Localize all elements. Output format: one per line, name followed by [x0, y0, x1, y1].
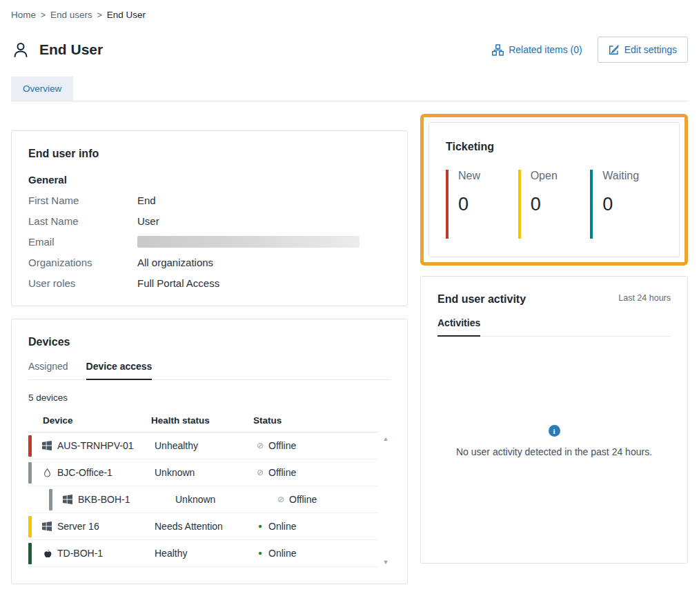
edit-settings-button[interactable]: Edit settings	[598, 37, 688, 63]
end-user-info-card: End user info General First Name End Las…	[11, 130, 408, 306]
device-health: Unhealthy	[155, 440, 257, 451]
windows-icon	[37, 441, 57, 450]
activity-tabs: Activities	[437, 317, 671, 337]
table-row[interactable]: AUS-TRNHPV-01 Unhealthy Offline	[28, 433, 378, 459]
column-header-status: Status	[253, 415, 378, 426]
page-title: End User	[39, 41, 103, 58]
page: Home > End users > End User End User	[0, 0, 699, 584]
devices-tabs: Assigned Device access	[28, 361, 391, 380]
breadcrumb-current: End User	[107, 10, 146, 20]
breadcrumb: Home > End users > End User	[11, 10, 688, 20]
scroll-down-icon[interactable]: ▼	[383, 559, 389, 566]
activity-title: End user activity	[437, 293, 526, 306]
hierarchy-icon	[492, 44, 504, 56]
stat-label: New	[458, 170, 518, 182]
tab-assigned[interactable]: Assigned	[28, 361, 68, 379]
stat-value: 0	[458, 194, 518, 215]
table-row[interactable]: TD-BOH-1 Healthy Online	[28, 540, 378, 567]
field-value: Full Portal Access	[137, 277, 219, 289]
tab-overview[interactable]: Overview	[11, 77, 73, 101]
field-label: User roles	[28, 277, 137, 289]
devices-card: Devices Assigned Device access 5 devices…	[11, 319, 408, 584]
device-status-label: Offline	[268, 440, 296, 451]
device-status-label: Online	[268, 521, 296, 532]
stat-new: New 0	[446, 170, 518, 239]
device-name: Server 16	[57, 521, 155, 532]
ticketing-card: Ticketing New 0 Open 0 Waiting 0	[429, 122, 680, 257]
breadcrumb-separator: >	[97, 10, 102, 20]
device-status: Online	[257, 521, 378, 532]
highlight-annotation: Ticketing New 0 Open 0 Waiting 0	[420, 114, 688, 266]
field-first-name: First Name End	[28, 195, 391, 206]
stat-label: Waiting	[602, 170, 662, 182]
stat-value: 0	[602, 194, 662, 215]
device-status: Offline	[257, 467, 378, 478]
device-table-header: Device Health status Status	[28, 410, 378, 433]
device-count: 5 devices	[28, 393, 391, 403]
stat-open: Open 0	[518, 170, 591, 239]
device-status: Offline	[257, 440, 378, 451]
end-user-icon	[11, 40, 30, 59]
field-user-roles: User roles Full Portal Access	[28, 277, 391, 289]
health-color-bar	[49, 489, 52, 510]
device-name: TD-BOH-1	[57, 548, 155, 559]
windows-icon	[37, 521, 57, 531]
stat-waiting: Waiting 0	[590, 170, 662, 239]
device-status-label: Offline	[289, 494, 317, 505]
general-section-title: General	[28, 174, 391, 186]
field-value: User	[137, 215, 159, 227]
field-label: Last Name	[28, 215, 137, 227]
device-status: Online	[257, 548, 378, 559]
scroll-up-icon[interactable]: ▲	[383, 436, 389, 442]
offline-icon	[257, 469, 264, 476]
device-name: BKB-BOH-1	[78, 494, 175, 505]
redacted-email-value	[137, 236, 360, 248]
field-organizations: Organizations All organizations	[28, 257, 391, 268]
field-label: Email	[28, 236, 137, 248]
related-items-label: Related items (0)	[509, 44, 582, 55]
info-icon: i	[549, 425, 560, 437]
health-color-bar	[28, 435, 32, 457]
device-name: BJC-Office-1	[57, 467, 155, 478]
windows-icon	[57, 495, 78, 504]
apple-icon	[37, 548, 57, 559]
offline-icon	[277, 496, 284, 503]
device-health: Needs Attention	[155, 521, 257, 532]
page-header: End User Related items (0) Edit settings	[11, 37, 688, 63]
health-color-bar	[28, 543, 32, 564]
stat-label: Open	[531, 170, 591, 182]
table-row[interactable]: BKB-BOH-1 Unknown Offline	[28, 486, 378, 513]
breadcrumb-home[interactable]: Home	[11, 10, 36, 20]
health-color-bar	[28, 516, 32, 537]
related-items-link[interactable]: Related items (0)	[492, 44, 582, 56]
end-user-activity-card: End user activity Last 24 hours Activiti…	[420, 276, 688, 564]
tab-device-access[interactable]: Device access	[86, 361, 152, 380]
device-status: Offline	[277, 494, 378, 505]
device-health: Unknown	[155, 467, 257, 478]
column-header-device: Device	[43, 415, 151, 426]
breadcrumb-separator: >	[41, 10, 46, 20]
devices-title: Devices	[28, 336, 391, 348]
device-health: Healthy	[155, 548, 257, 559]
tab-activities[interactable]: Activities	[437, 317, 480, 337]
end-user-info-title: End user info	[28, 148, 391, 160]
field-last-name: Last Name User	[28, 215, 391, 227]
device-status-label: Online	[268, 548, 296, 559]
column-header-health: Health status	[151, 415, 253, 426]
table-row[interactable]: Server 16 Needs Attention Online	[28, 513, 378, 540]
tab-bar: Overview	[11, 77, 688, 101]
table-row[interactable]: BJC-Office-1 Unknown Offline	[28, 459, 378, 486]
field-value: End	[137, 195, 156, 206]
breadcrumb-end-users[interactable]: End users	[50, 10, 92, 20]
edit-icon	[609, 45, 619, 55]
health-color-bar	[28, 462, 32, 484]
device-health: Unknown	[175, 494, 277, 505]
activity-empty-state: i No user activity detected in the past …	[437, 337, 671, 457]
device-name: AUS-TRNHPV-01	[57, 440, 155, 451]
activity-timeframe: Last 24 hours	[618, 293, 671, 303]
field-email: Email	[28, 236, 391, 248]
table-scrollbar[interactable]: ▲ ▼	[381, 435, 391, 567]
activity-empty-message: No user activity detected in the past 24…	[456, 446, 652, 457]
ticketing-title: Ticketing	[446, 141, 662, 153]
ticketing-stats: New 0 Open 0 Waiting 0	[446, 170, 662, 239]
